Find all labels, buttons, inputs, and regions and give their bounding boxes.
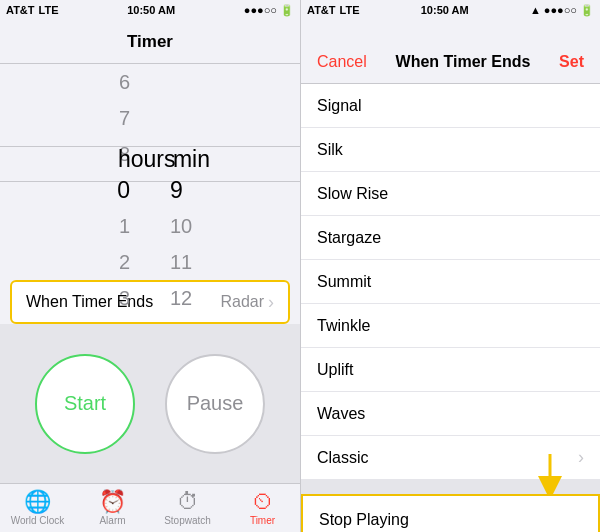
sound-label-stargaze: Stargaze: [317, 229, 381, 247]
minutes-column[interactable]: 9 10 11 12: [170, 64, 280, 316]
battery-right-icon: 🔋: [580, 4, 594, 17]
min-item-blank3[interactable]: [170, 136, 230, 172]
sound-label-classic: Classic: [317, 449, 369, 467]
signal-icon: ●●●○○: [244, 4, 277, 16]
hour-item-8[interactable]: 8: [70, 136, 130, 172]
status-right-left: AT&T LTE: [307, 4, 359, 16]
sound-item-twinkle[interactable]: Twinkle: [301, 304, 600, 348]
sound-item-waves[interactable]: Waves: [301, 392, 600, 436]
stop-playing-section: Stop Playing: [301, 490, 600, 532]
pause-button[interactable]: Pause: [165, 354, 265, 454]
status-right: ●●●○○ 🔋: [244, 4, 294, 17]
sound-item-slow-rise[interactable]: Slow Rise: [301, 172, 600, 216]
min-item-11[interactable]: 11: [170, 244, 230, 280]
min-item-blank2[interactable]: [170, 100, 230, 136]
battery-icon: 🔋: [280, 4, 294, 17]
sound-list: Signal Silk Slow Rise Stargaze Summit Tw…: [301, 84, 600, 532]
network-left: LTE: [39, 4, 59, 16]
hour-item-3[interactable]: 3: [70, 280, 130, 316]
timer-icon: ⏲: [252, 491, 274, 513]
time-left: 10:50 AM: [127, 4, 175, 16]
hour-item-0[interactable]: 0: [70, 172, 130, 208]
tab-stopwatch[interactable]: ⏱ Stopwatch: [150, 491, 225, 526]
sound-item-summit[interactable]: Summit: [301, 260, 600, 304]
left-panel: AT&T LTE 10:50 AM ●●●○○ 🔋 Timer 6 7 8 0 …: [0, 0, 300, 532]
sound-item-silk[interactable]: Silk: [301, 128, 600, 172]
sound-label-signal: Signal: [317, 97, 361, 115]
sound-item-uplift[interactable]: Uplift: [301, 348, 600, 392]
tab-alarm[interactable]: ⏰ Alarm: [75, 491, 150, 526]
status-bar-left: AT&T LTE 10:50 AM ●●●○○ 🔋: [0, 0, 300, 20]
when-timer-ends-title: When Timer Ends: [396, 53, 531, 71]
hour-item-6[interactable]: 6: [70, 64, 130, 100]
timer-buttons-area: Start Pause: [0, 324, 300, 483]
nav-bar-left: Timer: [0, 20, 300, 64]
alarm-icon: ⏰: [99, 491, 126, 513]
sound-label-summit: Summit: [317, 273, 371, 291]
tab-bar: 🌐 World Clock ⏰ Alarm ⏱ Stopwatch ⏲ Time…: [0, 483, 300, 532]
tab-stopwatch-label: Stopwatch: [164, 515, 211, 526]
hour-item-7[interactable]: 7: [70, 100, 130, 136]
status-bar-right: AT&T LTE 10:50 AM ▲ ●●●○○ 🔋: [301, 0, 600, 20]
nav-signal-icon: ▲: [530, 4, 541, 16]
set-button[interactable]: Set: [559, 53, 584, 71]
start-button[interactable]: Start: [35, 354, 135, 454]
min-item-10[interactable]: 10: [170, 208, 230, 244]
tab-world-clock-label: World Clock: [11, 515, 65, 526]
hour-item-1[interactable]: 1: [70, 208, 130, 244]
min-item-9[interactable]: 9: [170, 172, 230, 208]
min-item-blank1[interactable]: [170, 64, 230, 100]
wifi-icon: ●●●○○: [544, 4, 577, 16]
sound-label-twinkle: Twinkle: [317, 317, 370, 335]
tab-timer-label: Timer: [250, 515, 275, 526]
min-item-12[interactable]: 12: [170, 280, 230, 316]
carrier-left: AT&T: [6, 4, 35, 16]
sound-label-silk: Silk: [317, 141, 343, 159]
stop-playing-row[interactable]: Stop Playing: [301, 494, 600, 532]
world-clock-icon: 🌐: [24, 491, 51, 513]
arrow-indicator: [520, 454, 580, 494]
time-right: 10:50 AM: [421, 4, 469, 16]
sound-label-slow-rise: Slow Rise: [317, 185, 388, 203]
cancel-button[interactable]: Cancel: [317, 53, 367, 71]
status-left: AT&T LTE: [6, 4, 58, 16]
hour-item-2[interactable]: 2: [70, 244, 130, 280]
stopwatch-icon: ⏱: [177, 491, 199, 513]
icons-right: ▲ ●●●○○ 🔋: [530, 4, 594, 17]
right-nav-bar: Cancel When Timer Ends Set: [301, 20, 600, 84]
carrier-right: AT&T: [307, 4, 336, 16]
picker-area[interactable]: 6 7 8 0 1 2 3 hours min 9 10 11 12: [0, 64, 300, 264]
tab-alarm-label: Alarm: [99, 515, 125, 526]
page-title-left: Timer: [127, 32, 173, 52]
sound-label-waves: Waves: [317, 405, 365, 423]
sound-label-uplift: Uplift: [317, 361, 353, 379]
right-panel: AT&T LTE 10:50 AM ▲ ●●●○○ 🔋 Cancel When …: [300, 0, 600, 532]
tab-timer[interactable]: ⏲ Timer: [225, 491, 300, 526]
network-right: LTE: [340, 4, 360, 16]
sound-item-signal[interactable]: Signal: [301, 84, 600, 128]
sound-item-stargaze[interactable]: Stargaze: [301, 216, 600, 260]
hours-column[interactable]: 6 7 8 0 1 2 3: [20, 64, 130, 316]
stop-playing-label: Stop Playing: [319, 511, 409, 529]
tab-world-clock[interactable]: 🌐 World Clock: [0, 491, 75, 526]
